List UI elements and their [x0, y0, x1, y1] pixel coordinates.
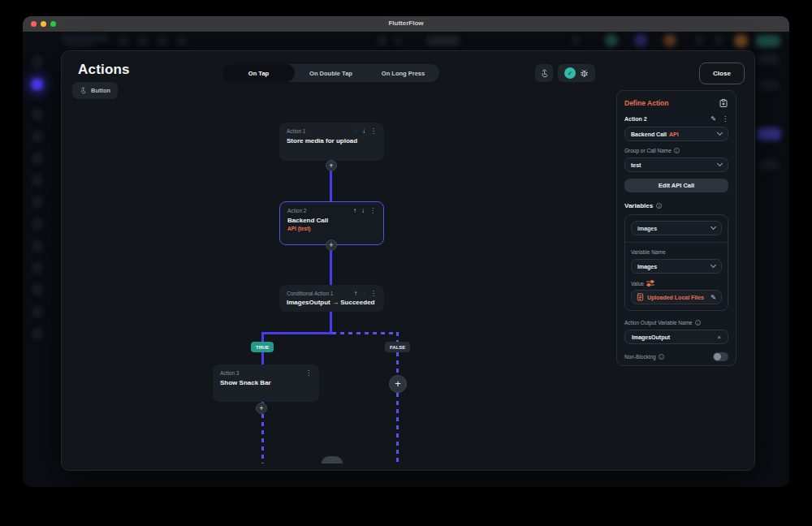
value-text: Uploaded Local Files — [647, 295, 706, 300]
connector-dashed-false — [396, 393, 399, 463]
false-branch-badge: FALSE — [385, 342, 410, 352]
file-upload-icon — [637, 293, 644, 301]
connector-line-true — [261, 332, 332, 334]
info-icon: i — [656, 203, 662, 209]
toolbar-icon-blur — [177, 37, 186, 45]
toolbar-center-blur — [378, 36, 387, 46]
app-body: Actions On Tap On Double Tap On Long Pre… — [23, 32, 789, 487]
bug-icon — [580, 69, 589, 78]
scroll-hint-dome[interactable] — [322, 456, 343, 463]
action-type-tag: API — [669, 132, 718, 137]
copy-action-icon[interactable] — [719, 98, 728, 108]
value-field[interactable]: Uploaded Local Files ✎ — [631, 290, 722, 304]
node-label: Conditional Action 1 — [287, 291, 354, 296]
avatar-teal-blur — [605, 34, 618, 47]
toolbar-icon-blur — [138, 37, 147, 45]
tab-on-long-press[interactable]: On Long Press — [367, 64, 439, 82]
node-menu-icon[interactable]: ⋮ — [369, 207, 376, 214]
define-action-panel: Define Action Action 2 ✎ ⋮ — [616, 90, 736, 366]
right-rail-item-blur — [758, 80, 780, 90]
trigger-widget-chip[interactable]: Button — [72, 82, 118, 99]
modal-title: Actions — [78, 62, 130, 78]
tab-on-tap[interactable]: On Tap — [222, 64, 295, 82]
node-subtitle: API (test) — [287, 226, 376, 231]
group-call-dropdown[interactable]: test — [624, 157, 728, 172]
project-name-blur — [61, 35, 108, 41]
tap-gesture-button[interactable] — [535, 64, 553, 82]
move-down-icon[interactable]: ↓ — [362, 127, 365, 135]
rename-action-icon[interactable]: ✎ — [710, 115, 716, 123]
nav-icon-blur — [32, 262, 43, 274]
chevron-down-icon — [717, 161, 723, 166]
nav-icon-blur — [32, 196, 43, 208]
add-action-button[interactable]: + — [256, 403, 267, 414]
check-circle-icon: ✓ — [564, 67, 576, 79]
test-run-group[interactable]: ✓ — [558, 64, 595, 82]
variable-select-dropdown[interactable]: images — [631, 221, 722, 235]
move-down-icon[interactable]: ↓ — [361, 207, 365, 214]
node-menu-icon[interactable]: ⋮ — [370, 127, 377, 135]
right-rail-button-blur — [757, 127, 781, 140]
node-action-2-selected[interactable]: Action 2 ↑ ↓ ⋮ Backend Call API (test) — [279, 201, 384, 245]
window-title: FlutterFlow — [23, 19, 789, 27]
edit-value-icon[interactable]: ✎ — [710, 294, 716, 301]
connector-line — [330, 312, 332, 334]
add-action-button[interactable]: + — [326, 239, 337, 251]
right-rail-item-blur — [758, 160, 780, 170]
toolbar-icon-blur — [715, 37, 723, 45]
action-menu-icon[interactable]: ⋮ — [722, 115, 728, 123]
tab-on-double-tap[interactable]: On Double Tap — [295, 64, 367, 82]
info-icon: i — [674, 148, 680, 153]
node-menu-icon[interactable]: ⋮ — [370, 290, 377, 297]
nav-icon-blur — [32, 56, 43, 67]
selected-action-label: Action 2 — [624, 116, 705, 122]
toolbar-center-blur — [395, 37, 401, 45]
nav-icon-blur — [32, 131, 43, 142]
actions-modal: Actions On Tap On Double Tap On Long Pre… — [61, 50, 755, 471]
node-action-3[interactable]: Action 3 ⋮ Show Snack Bar — [213, 364, 319, 402]
group-call-value: test — [631, 162, 718, 168]
add-action-button[interactable]: + — [326, 160, 337, 171]
move-up-icon[interactable]: ↑ — [354, 290, 357, 297]
variable-groupbox: images Variable Name Images Value — [624, 214, 728, 311]
variable-name-value: Images — [637, 264, 711, 269]
toolbar-icon-blur — [572, 37, 580, 45]
output-variable-label: Action Output Variable Name — [624, 320, 693, 326]
node-title: Show Snack Bar — [220, 379, 312, 386]
toolbar-button-blur — [756, 35, 780, 47]
nav-icon-blur — [32, 218, 43, 230]
node-menu-icon[interactable]: ⋮ — [305, 369, 312, 377]
nav-icon-blur — [32, 109, 43, 120]
variable-select-value: images — [637, 226, 711, 231]
non-blocking-toggle[interactable] — [713, 352, 728, 361]
sliders-icon[interactable] — [646, 280, 654, 287]
close-button[interactable]: Close — [699, 63, 745, 84]
toolbar-center-blur — [426, 36, 460, 46]
panel-title: Define Action — [624, 99, 719, 107]
node-title: ImagesOutput → Succeeded — [287, 299, 377, 306]
variable-name-dropdown[interactable]: Images — [631, 259, 722, 274]
nav-icon-blur — [32, 175, 43, 186]
connector-line-true — [261, 352, 264, 364]
right-rail-item-blur — [758, 54, 780, 64]
node-conditional-action-1[interactable]: Conditional Action 1 ↑ ↓ ⋮ ImagesOutput … — [279, 285, 384, 312]
nav-icon-blur — [32, 328, 43, 339]
node-title: Store media for upload — [287, 137, 377, 144]
clear-input-icon[interactable]: × — [717, 334, 721, 341]
connector-line — [330, 245, 332, 285]
node-action-1[interactable]: Action 1 ↑ ↓ ⋮ Store media for upload — [279, 123, 384, 161]
variable-name-label: Variable Name — [631, 249, 666, 255]
output-variable-value: ImagesOutput — [632, 334, 717, 340]
add-false-action-button[interactable]: + — [389, 375, 407, 393]
nav-icon-blur — [32, 240, 43, 252]
node-label: Action 2 — [287, 208, 353, 213]
edit-api-call-button[interactable]: Edit API Call — [624, 179, 728, 192]
move-down-icon[interactable]: ↓ — [362, 290, 365, 297]
trigger-tabs: On Tap On Double Tap On Long Press — [222, 64, 439, 82]
window-titlebar: FlutterFlow — [23, 16, 789, 32]
move-up-icon[interactable]: ↑ — [353, 207, 356, 214]
macos-window: FlutterFlow — [23, 16, 789, 487]
move-up-icon[interactable]: ↑ — [354, 127, 357, 135]
output-variable-input[interactable]: ImagesOutput × — [624, 330, 728, 344]
action-type-dropdown[interactable]: Backend Call API — [624, 127, 728, 141]
